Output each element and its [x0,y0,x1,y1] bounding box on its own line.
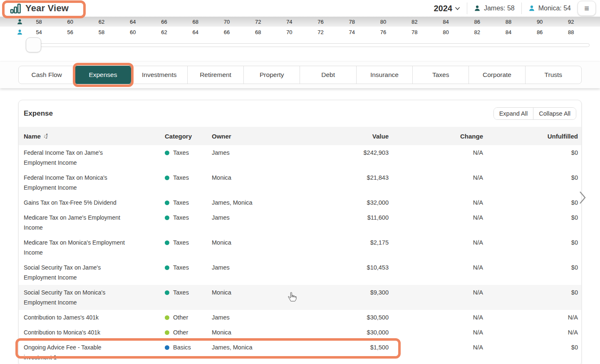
age-tick: 54 [23,29,55,35]
unfulfilled-cell: $0 [483,213,581,223]
table-row[interactable]: Social Security Tax on Monica's Employme… [19,285,581,310]
table-row[interactable]: Social Security Tax on Jame's Employment… [19,260,581,285]
table-row[interactable]: Federal Income Tax on Monica's Employmen… [19,170,581,195]
category-dot-icon [165,215,169,220]
slider-handle[interactable] [26,37,41,52]
category-label: Other [173,327,188,337]
expense-name: Medicare Tax on Jame's Employment Income [24,213,130,233]
scroll-right-chevron[interactable] [579,191,586,206]
column-header-change[interactable]: Change [389,133,483,140]
age-tick: 86 [524,29,555,35]
table-row[interactable]: Contribution to Monica's 401k Other Moni… [19,325,581,340]
category-cell: Taxes [165,148,212,158]
category-cell: Taxes [165,173,212,183]
collapse-all-button[interactable]: Collapse All [533,108,576,119]
owner-cell: Monica [212,173,267,183]
owner-cell: Monica [212,327,267,337]
column-header-owner[interactable]: Owner [212,133,267,140]
column-header-value[interactable]: Value [267,133,389,140]
age-tick: 62 [86,19,117,25]
year-view-brand[interactable]: Year View [0,2,69,15]
column-header-category[interactable]: Category [165,133,212,140]
table-row[interactable]: Contribution to James's 401k Other James… [19,310,581,325]
expense-name-cell: Ongoing Advice Fee - Taxable investment … [19,342,165,362]
table-header-row: Name ↓ AZ Category Owner Value Change Un… [19,127,581,145]
tab-label: Trusts [545,71,562,79]
tab-investments[interactable]: Investments [131,66,188,84]
tab-expenses[interactable]: Expenses [75,66,131,84]
age-tick: 84 [430,19,461,25]
person-chip-monica[interactable]: Monica: 54 [528,5,571,12]
category-dot-icon [165,201,169,205]
age-tick: 76 [305,19,336,25]
category-cell: Taxes [165,213,212,223]
change-cell: N/A [389,327,483,337]
expense-card: Expense Expand All Collapse All Name ↓ A… [18,100,582,364]
change-cell: N/A [389,262,483,272]
tab-insurance[interactable]: Insurance [357,66,413,84]
year-dropdown[interactable]: 2024 [434,4,460,13]
change-cell: N/A [389,312,483,322]
column-header-name[interactable]: Name ↓ AZ [19,133,165,140]
expand-all-button[interactable]: Expand All [494,108,533,119]
table-row[interactable]: Ongoing Advice Fee - Taxable investment … [19,340,581,364]
expense-name-cell: Medicare Tax on Monica's Employment Inco… [19,238,165,258]
person-chip-james[interactable]: James: 58 [474,5,515,12]
tab-trusts[interactable]: Trusts [526,66,581,84]
table-row[interactable]: Medicare Tax on Jame's Employment Income… [19,210,581,235]
slider-track[interactable] [33,43,590,47]
person-chip-james-label: James: 58 [484,5,515,12]
card-title: Expense [24,109,53,118]
age-tick: 68 [180,19,211,25]
expense-name: Federal Income Tax on Monica's Employmen… [24,173,130,193]
tab-label: Debt [321,71,335,79]
age-tick: 66 [211,29,242,35]
unfulfilled-cell: $0 [483,148,581,158]
owner-cell: Monica [212,287,267,297]
age-tick: 70 [211,19,242,25]
tab-retirement[interactable]: Retirement [188,66,244,84]
category-cell: Taxes [165,238,212,248]
age-tick: 70 [274,29,305,35]
tab-debt[interactable]: Debt [300,66,356,84]
hamburger-menu-button[interactable]: ≡ [578,1,596,16]
tab-cash-flow[interactable]: Cash Flow [19,66,75,84]
table-body: Federal Income Tax on Jame's Employment … [19,145,581,364]
tab-label: Taxes [432,71,449,79]
age-tick: 78 [336,19,367,25]
age-tick: 60 [55,19,86,25]
expense-name: Contribution to James's 401k [24,312,99,322]
expense-name: Contribution to Monica's 401k [24,327,100,337]
owner-cell: James [212,262,267,272]
expense-name-cell: Contribution to James's 401k [19,312,165,322]
category-dot-icon [165,240,169,245]
james-ages: 586062646668707274767880828486889092 [23,19,587,25]
table-row[interactable]: Gains Tax on Tax-Free 5% Dividend Taxes … [19,195,581,210]
column-header-unfulfilled[interactable]: Unfulfilled [483,133,581,140]
age-tick: 72 [305,29,336,35]
owner-cell: James [212,148,267,158]
category-label: Taxes [173,213,189,223]
tab-label: Retirement [200,71,231,79]
chevron-down-icon [455,7,460,10]
tab-label: Insurance [370,71,399,79]
value-cell: $11,600 [267,213,389,223]
category-label: Taxes [173,198,189,208]
unfulfilled-cell: $0 [483,198,581,208]
table-row[interactable]: Medicare Tax on Monica's Employment Inco… [19,235,581,260]
category-cell: Taxes [165,198,212,208]
table-row[interactable]: Federal Income Tax on Jame's Employment … [19,145,581,170]
tab-property[interactable]: Property [244,66,300,84]
sort-az-icon[interactable]: ↓ AZ [43,133,48,139]
tab-label: Expenses [89,71,117,79]
owner-cell: James, Monica [212,342,267,352]
value-cell: $242,903 [267,148,389,158]
age-tick: 66 [149,19,180,25]
tab-corporate[interactable]: Corporate [469,66,525,84]
expense-name-cell: Social Security Tax on Monica's Employme… [19,287,165,307]
tab-taxes[interactable]: Taxes [413,66,469,84]
age-tick: 78 [399,29,430,35]
expense-name: Medicare Tax on Monica's Employment Inco… [24,238,130,258]
value-cell: $2,175 [267,238,389,248]
timeline-slider[interactable] [0,37,600,62]
